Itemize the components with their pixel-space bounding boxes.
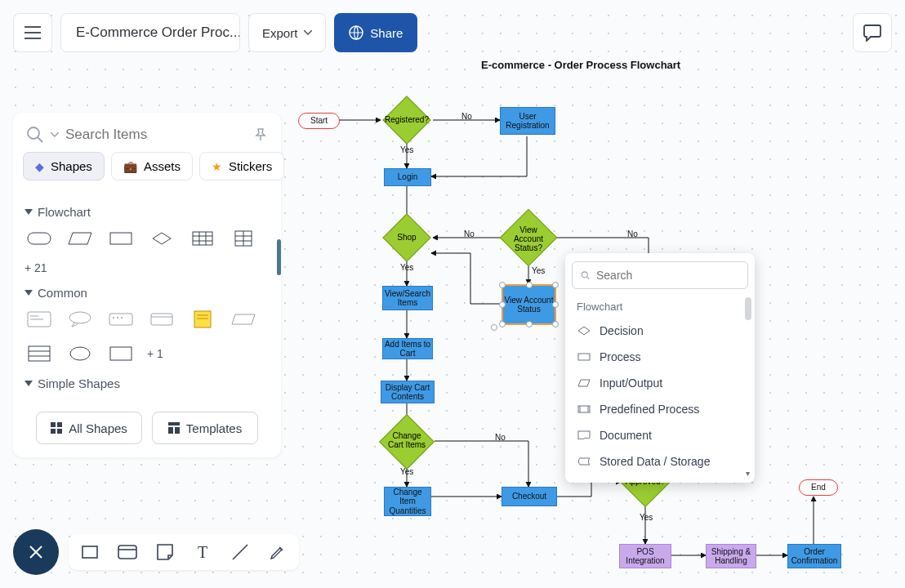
- node-shipping[interactable]: Shipping & Handling: [706, 544, 756, 568]
- shape-diamond[interactable]: [147, 227, 176, 250]
- svg-point-38: [121, 317, 123, 318]
- shape-keyboard[interactable]: [106, 308, 136, 331]
- node-end[interactable]: End: [799, 479, 838, 496]
- tool-sticky[interactable]: [154, 541, 176, 564]
- shape-parallelogram[interactable]: [65, 227, 95, 250]
- node-registered[interactable]: [382, 96, 430, 144]
- all-shapes-button[interactable]: All Shapes: [36, 412, 142, 444]
- share-label: Share: [370, 26, 403, 40]
- tab-shapes[interactable]: ◆ Shapes: [23, 152, 105, 180]
- node-checkout[interactable]: Checkout: [502, 487, 557, 506]
- svg-rect-54: [168, 427, 173, 434]
- node-shop[interactable]: [382, 213, 430, 261]
- caret-down-icon: [25, 381, 33, 387]
- item-label: Decision: [600, 324, 644, 337]
- shape-table2[interactable]: [25, 342, 54, 365]
- tool-highlighter[interactable]: [266, 541, 289, 564]
- category-flowchart[interactable]: Flowchart: [25, 205, 270, 219]
- shape-grid[interactable]: [188, 227, 217, 250]
- storage-icon: [577, 456, 591, 467]
- tool-line[interactable]: [229, 541, 252, 564]
- rectangle-icon: [577, 351, 591, 363]
- category-label: Flowchart: [38, 205, 91, 219]
- common-more[interactable]: + 1: [147, 342, 163, 365]
- node-add-items[interactable]: Add Items to Cart: [382, 338, 433, 359]
- chevron-down-icon[interactable]: ▾: [746, 469, 750, 478]
- svg-line-19: [38, 137, 42, 142]
- svg-rect-21: [110, 233, 132, 244]
- node-view-account-status-q[interactable]: [500, 209, 558, 267]
- node-view-account-status[interactable]: View Account Status: [502, 285, 555, 324]
- tool-rectangle[interactable]: [78, 541, 101, 564]
- chevron-down-icon: [304, 30, 312, 35]
- node-display-cart[interactable]: Display Cart Contents: [381, 381, 435, 403]
- edge-label-yes: Yes: [400, 263, 413, 272]
- shape-ellipse[interactable]: [65, 342, 95, 365]
- edge-label-yes: Yes: [400, 145, 413, 154]
- svg-rect-58: [578, 354, 590, 360]
- tool-text[interactable]: T: [191, 541, 214, 564]
- shape-panel[interactable]: [147, 308, 176, 331]
- shapes-panel: ◆ Shapes 💼 Assets ★ Stickers Flowchart +…: [13, 113, 281, 457]
- node-order-confirmation[interactable]: Order Confirmation: [787, 544, 841, 568]
- pin-icon[interactable]: [253, 127, 268, 142]
- svg-rect-49: [51, 422, 56, 427]
- svg-point-47: [70, 347, 90, 360]
- popup-item-process[interactable]: Process: [572, 344, 748, 370]
- templates-button[interactable]: Templates: [152, 412, 258, 444]
- chevron-down-icon[interactable]: [51, 132, 59, 137]
- popup-search-input[interactable]: [596, 269, 739, 282]
- node-user-registration[interactable]: User Registration: [500, 107, 555, 135]
- node-login[interactable]: Login: [384, 168, 431, 186]
- button-label: Templates: [186, 421, 242, 435]
- node-view-search-items[interactable]: View/Search Items: [382, 286, 433, 310]
- popup-item-stored-data[interactable]: Stored Data / Storage: [572, 448, 748, 474]
- comment-icon: [863, 24, 882, 42]
- export-button[interactable]: Export: [248, 13, 326, 52]
- popup-search[interactable]: [572, 261, 748, 289]
- shape-sticky-note[interactable]: [188, 308, 217, 331]
- category-tabs: ◆ Shapes 💼 Assets ★ Stickers: [13, 152, 281, 189]
- node-change-cart-items[interactable]: [379, 414, 435, 470]
- svg-rect-44: [29, 346, 50, 361]
- menu-button[interactable]: [13, 13, 52, 52]
- top-toolbar: E-Commerce Order Proc... Export Share: [13, 13, 892, 52]
- category-simple-shapes[interactable]: Simple Shapes: [25, 376, 270, 390]
- svg-rect-51: [51, 429, 56, 434]
- item-label: Stored Data / Storage: [600, 455, 710, 468]
- search-icon: [581, 269, 590, 282]
- share-button[interactable]: Share: [334, 13, 417, 52]
- close-fab[interactable]: [13, 529, 59, 575]
- popup-item-document[interactable]: Document: [572, 422, 748, 448]
- edge-label-no: No: [495, 433, 506, 442]
- shape-rectangle[interactable]: [106, 227, 136, 250]
- popup-scrollbar[interactable]: [745, 297, 751, 320]
- shape-rect2[interactable]: [106, 342, 136, 365]
- category-common[interactable]: Common: [25, 286, 270, 300]
- popup-item-input-output[interactable]: Input/Output: [572, 370, 748, 396]
- node-change-qty[interactable]: Change Item Quantities: [384, 487, 431, 516]
- predefined-icon: [577, 403, 591, 415]
- popup-item-predefined-process[interactable]: Predefined Process: [572, 396, 748, 422]
- edge-label-no: No: [461, 112, 472, 121]
- shape-card[interactable]: [25, 308, 54, 331]
- tab-stickers[interactable]: ★ Stickers: [199, 152, 284, 180]
- item-label: Process: [600, 350, 641, 363]
- shape-terminator[interactable]: [25, 227, 54, 250]
- export-label: Export: [262, 26, 297, 40]
- scrollbar[interactable]: [277, 239, 281, 275]
- shape-display[interactable]: [229, 308, 258, 331]
- document-title[interactable]: E-Commerce Order Proc...: [60, 13, 240, 52]
- flowchart-more[interactable]: + 21: [25, 261, 270, 274]
- shape-table[interactable]: [229, 227, 258, 250]
- tool-card[interactable]: [116, 541, 139, 564]
- node-pos[interactable]: POS Integration: [619, 544, 671, 568]
- popup-item-decision[interactable]: Decision: [572, 318, 748, 344]
- edge-label-no: No: [627, 229, 638, 238]
- tab-assets[interactable]: 💼 Assets: [111, 152, 193, 180]
- comments-button[interactable]: [853, 13, 892, 52]
- shape-callout[interactable]: [65, 308, 95, 331]
- svg-rect-55: [175, 427, 180, 434]
- node-start[interactable]: Start: [298, 113, 340, 129]
- search-input[interactable]: [65, 127, 247, 143]
